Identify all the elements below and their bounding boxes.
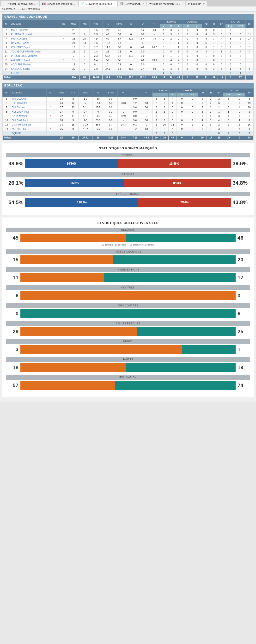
col-tirs: TIRS xyxy=(90,20,102,28)
player-link[interactable]: YOUSSOUF-HUARD Guédi xyxy=(11,50,41,53)
tab-5-close[interactable]: × xyxy=(182,2,183,5)
coll-num-left: 11 xyxy=(9,274,20,281)
player-link[interactable]: MATIP François xyxy=(11,29,28,32)
player-name: MAFOUA Axel xyxy=(11,97,46,101)
col2-tirs: TIRS xyxy=(79,89,92,97)
tab-1-close[interactable]: × xyxy=(37,2,38,5)
col-ir: IR xyxy=(210,20,218,28)
tab-6-icon: in xyxy=(188,2,190,5)
table-row: 5MAFOUA Axel1421-2500-0-0-0-31400002503 xyxy=(3,97,253,101)
tab-2-close[interactable]: × xyxy=(77,2,78,5)
stat-3pts-block: 3 POINTS 26.1% 6/23% 8/23% 34.8% xyxy=(6,172,250,189)
player-link[interactable]: KOTNIK Tine xyxy=(12,128,26,130)
tab-5-label: Boite de réception (1)... xyxy=(153,2,180,5)
tab-4[interactable]: 💬 (1) WhatsApp × xyxy=(118,1,147,6)
coll-bar-container xyxy=(20,273,236,282)
col2-ev: ÉV xyxy=(245,89,253,97)
col2-bp: BP xyxy=(215,89,223,97)
player-name: CASTARD Krisley xyxy=(10,67,60,71)
coll-sub-row: 30 défensifs / 15 offensifs28 défensifs … xyxy=(6,244,250,248)
col-ev: ÉV xyxy=(246,20,253,28)
table-row: 14KOTNIK Tine^2594-1233.30-0-1-250224001… xyxy=(3,127,253,131)
tab-2[interactable]: 🇫🇷 Service des impôts de... × xyxy=(40,1,78,6)
coll-bar-teal xyxy=(126,234,236,242)
table-row: 9NZITA Mathieu^32114-1136.43-742.90-0-02… xyxy=(3,114,253,118)
player-link[interactable]: KHERZANE Ismaël xyxy=(11,33,32,36)
col2-lf: LF xyxy=(129,89,141,97)
player-link[interactable]: DIFUDI Neftali xyxy=(12,102,27,104)
coll-stat-block: DUNKS31 xyxy=(6,339,250,355)
tab-3-label: Gravelines-Dunkerque xyxy=(85,2,112,5)
total-row: TOTAL2005820-5933.96-2525.115-2254.51526… xyxy=(3,76,253,80)
player-link[interactable]: BILLON Léo xyxy=(12,106,25,109)
coll-bar-teal xyxy=(137,327,236,336)
coll-sub-left: 30 défensifs / 15 offensifs xyxy=(9,244,128,246)
stat-2pts-right-num: 39.6% xyxy=(231,160,247,167)
team1-section: GRAVELINES-DUNKERQUE N° JOUEURS SD MINS … xyxy=(3,14,253,80)
col2-3pts: 3 PTS xyxy=(104,89,118,97)
table-row: 2MATIP François2231-5200-0-1-25043700002… xyxy=(3,28,253,32)
tab-1[interactable]: 📄 Ajouter un nouvel arti... × xyxy=(1,1,39,6)
stat-2pts-left-num: 38.9% xyxy=(9,160,25,167)
stats-points-title: STATISTIQUES POINTS MARQUÉS xyxy=(6,146,250,150)
player-name: NZITA Mathieu xyxy=(11,114,46,118)
coll-num-left: 29 xyxy=(9,328,20,335)
coll-stat-block: PASSES DÉCISIVES1520 xyxy=(6,250,250,266)
tab-4-close[interactable]: × xyxy=(143,2,144,5)
tab-3[interactable]: 📄 Gravelines-Dunkerque × xyxy=(79,1,117,6)
player-link[interactable]: PRUGNIERES Valentyn xyxy=(11,54,37,57)
player-name: ÉQUIPE xyxy=(10,71,60,76)
col-num: N° xyxy=(3,20,10,28)
tab-5[interactable]: ✉ Boite de réception (1)... × xyxy=(147,1,185,6)
address-bar[interactable]: boulazac-201616S91.html#stats xyxy=(0,6,256,12)
coll-num-right: 25 xyxy=(236,328,247,335)
tab-3-close[interactable]: × xyxy=(114,2,115,5)
player-link[interactable]: ADOLPHE Florian xyxy=(11,63,31,66)
col-fte: FTE xyxy=(225,24,235,28)
player-link[interactable]: COUDRAY Bryan xyxy=(11,46,30,49)
coll-stat-row: 1819 xyxy=(6,362,250,373)
table-row: 14PRUGNIERES Valentyn752-366.71-333.30-0… xyxy=(3,54,253,58)
coll-num-left: 15 xyxy=(9,256,20,263)
player-link[interactable]: MAFOUA Axel xyxy=(12,98,27,100)
col-3pts: 3 PTS xyxy=(113,20,125,28)
coll-stat-block: FAUTES1819 xyxy=(6,357,250,373)
player-link[interactable]: DIOP Mohammad xyxy=(12,124,31,126)
player-link[interactable]: HESLOUN Paul xyxy=(12,110,29,113)
total-row: TOTAL2006927-71388-2534.87-1643.81920400… xyxy=(3,136,253,140)
coll-stat-block: ÉVALUATION5774 xyxy=(6,375,250,391)
col2-t: T xyxy=(169,93,177,97)
col2-rebonds: REBONDS xyxy=(152,89,177,93)
coll-stat-block: TIRS CONTRÉS06 xyxy=(6,303,250,319)
player-name: AMBROSE Jared xyxy=(10,58,60,62)
coll-stat-label: FAUTES xyxy=(6,357,250,362)
player-name: KHERZANE Ismaël xyxy=(10,32,60,37)
coll-items: REBONDS454630 défensifs / 15 offensifs28… xyxy=(6,228,250,391)
player-link[interactable]: AMBROSE Jared xyxy=(11,59,30,62)
coll-sub-right: 28 défensifs / 18 offensifs xyxy=(128,244,247,246)
team2-table: N° JOUEURS SD MINS PTS TIRS % 3 PTS % LF… xyxy=(3,88,253,140)
coll-bar-orange xyxy=(20,291,236,300)
player-link[interactable]: BILLONG Paul xyxy=(12,119,28,122)
player-link[interactable]: CASTARD Krisley xyxy=(11,68,30,70)
stat-2pts-bar-blue: 14/36% xyxy=(25,159,118,168)
table-row: ÉQUIPE3250203 xyxy=(3,131,253,136)
player-link[interactable]: MARICO Djibril xyxy=(11,38,27,40)
coll-bar-teal xyxy=(126,363,236,372)
col-bp: BP xyxy=(218,20,225,28)
coll-bar-orange xyxy=(20,234,126,242)
tab-6-close[interactable]: × xyxy=(203,2,205,5)
tab-6[interactable]: in LinkedIn × xyxy=(186,1,207,6)
coll-bar-orange xyxy=(20,363,126,372)
coll-num-left: 6 xyxy=(9,292,20,299)
tab-1-label: Ajouter un nouvel arti... xyxy=(8,2,35,5)
player-name: DAMASE Fabien xyxy=(10,41,60,45)
player-link[interactable]: DAMASE Fabien xyxy=(11,42,29,44)
player-link[interactable]: NZITA Mathieu xyxy=(12,115,28,118)
col2-ir: IR xyxy=(207,89,215,97)
player-name: PRUGNIERES Valentyn xyxy=(10,54,60,58)
coll-stat-label: ÉVALUATION xyxy=(6,375,250,380)
stat-3pts-bar-blue: 6/23% xyxy=(25,179,124,187)
col2-o: O xyxy=(152,93,160,97)
col-pb: PB xyxy=(182,24,192,28)
